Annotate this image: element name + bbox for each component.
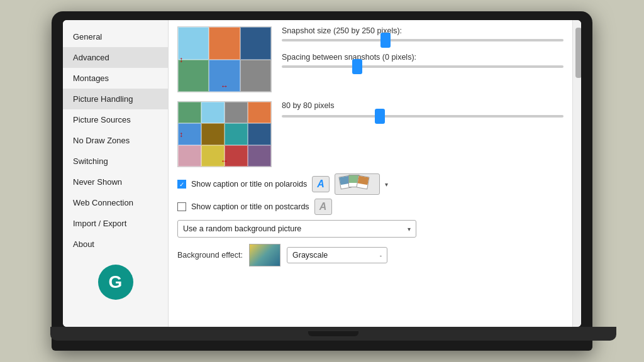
grid-cell — [240, 60, 271, 92]
spacing-slider-track[interactable] — [282, 65, 564, 68]
postcards-checkbox-label: Show caption or title on postcards — [191, 202, 309, 211]
background-dropdown-row: Use a random background picture ▾ — [177, 220, 564, 238]
scrollbar[interactable] — [572, 20, 581, 327]
pol-card-3 — [357, 175, 370, 190]
checkbox-section: ✓ Show caption or title on polaroids A ▾ — [177, 173, 564, 215]
grid-cell — [201, 102, 225, 123]
laptop-base — [50, 327, 616, 341]
small-size-controls: 80 by 80 pixels — [282, 101, 564, 167]
grid-cell — [225, 102, 248, 123]
sidebar-item-about[interactable]: About — [63, 234, 168, 255]
snapshot-size-control: Snapshot size (250 by 250 pixels): — [282, 26, 564, 41]
polaroids-checkbox-row: ✓ Show caption or title on polaroids A ▾ — [177, 173, 564, 195]
small-preview: ↔ ↕ — [177, 101, 272, 167]
font-button-postcards[interactable]: A — [314, 199, 332, 215]
small-preview-row: ↔ ↕ 80 by 80 pixels — [177, 101, 564, 167]
resize-arrow: ↔ — [221, 82, 228, 90]
check-icon: ✓ — [179, 181, 184, 188]
sidebar-item-advanced[interactable]: Advanced — [63, 47, 168, 68]
polaroids-checkbox[interactable]: ✓ — [177, 180, 186, 189]
bg-effect-label: Background effect: — [177, 251, 243, 260]
snapshot-controls: Snapshot size (250 by 250 pixels): Spaci… — [282, 26, 564, 92]
small-size-slider-track[interactable] — [282, 115, 564, 118]
laptop-notch — [308, 331, 358, 336]
small-size-label: 80 by 80 pixels — [282, 101, 564, 110]
snapshot-size-label: Snapshot size (250 by 250 pixels): — [282, 26, 564, 35]
postcards-checkbox-row: Show caption or title on postcards A — [177, 199, 564, 215]
main-content: ↔ ↕ Snapshot size (250 by 250 pixels): S… — [169, 20, 581, 327]
grid-cell — [201, 123, 225, 145]
app-logo: G — [98, 265, 133, 300]
grid-cell — [248, 123, 271, 145]
grid-cell — [248, 145, 271, 167]
postcards-checkbox[interactable] — [177, 202, 186, 211]
snapshot-size-slider-track[interactable] — [282, 39, 564, 41]
font-button-polaroids[interactable]: A — [312, 176, 330, 192]
polaroid-btn-chevron: ▾ — [385, 181, 388, 188]
large-preview: ↔ ↕ — [177, 26, 272, 92]
resize-vertical-arrow: ↕ — [179, 55, 183, 64]
sidebar-item-never-shown[interactable]: Never Shown — [63, 172, 168, 192]
laptop-screen: General Advanced Montages Picture Handli… — [63, 20, 581, 327]
polaroid-layout-button[interactable] — [335, 173, 380, 195]
laptop-shell: General Advanced Montages Picture Handli… — [52, 11, 592, 351]
snapshot-size-slider-thumb[interactable] — [380, 33, 391, 48]
sidebar-item-general[interactable]: General — [63, 26, 168, 47]
grid-cell — [178, 102, 201, 123]
sidebar-item-picture-sources[interactable]: Picture Sources — [63, 109, 168, 130]
background-effect-row: Background effect: Grayscale - — [177, 244, 564, 266]
grid-cell — [240, 27, 271, 60]
effect-dropdown-chevron: - — [380, 252, 382, 259]
sidebar-item-switching[interactable]: Switching — [63, 151, 168, 172]
grid-cell — [209, 27, 240, 60]
grid-cell — [225, 123, 248, 145]
effect-dropdown[interactable]: Grayscale - — [287, 247, 387, 263]
effect-value: Grayscale — [292, 251, 328, 260]
bg-effect-preview — [249, 244, 280, 266]
polaroid-icons — [340, 173, 375, 195]
spacing-control: Spacing between snapshots (0 pixels): — [282, 53, 564, 68]
polaroids-checkbox-label: Show caption or title on polaroids — [191, 180, 307, 189]
sidebar: General Advanced Montages Picture Handli… — [63, 20, 169, 327]
scrollbar-thumb[interactable] — [575, 28, 582, 78]
dropdown-chevron: ▾ — [408, 226, 411, 233]
small-resize-arrow: ↔ — [221, 156, 228, 165]
grid-cell — [248, 102, 271, 123]
small-resize-vertical-arrow: ↕ — [179, 130, 183, 139]
grid-cell — [178, 145, 201, 167]
small-size-slider-thumb[interactable] — [375, 109, 385, 124]
sidebar-item-picture-handling[interactable]: Picture Handling — [63, 89, 168, 109]
spacing-label: Spacing between snapshots (0 pixels): — [282, 53, 564, 62]
grid-cell — [178, 60, 209, 92]
spacing-slider-thumb[interactable] — [352, 59, 362, 74]
sidebar-item-montages[interactable]: Montages — [63, 68, 168, 89]
snapshot-preview-row: ↔ ↕ Snapshot size (250 by 250 pixels): S… — [177, 26, 564, 92]
sidebar-item-no-draw-zones[interactable]: No Draw Zones — [63, 130, 168, 151]
sidebar-item-import-export[interactable]: Import / Export — [63, 213, 168, 234]
background-dropdown[interactable]: Use a random background picture ▾ — [177, 220, 416, 238]
background-dropdown-label: Use a random background picture — [183, 224, 301, 233]
sidebar-item-web-connection[interactable]: Web Connection — [63, 192, 168, 213]
